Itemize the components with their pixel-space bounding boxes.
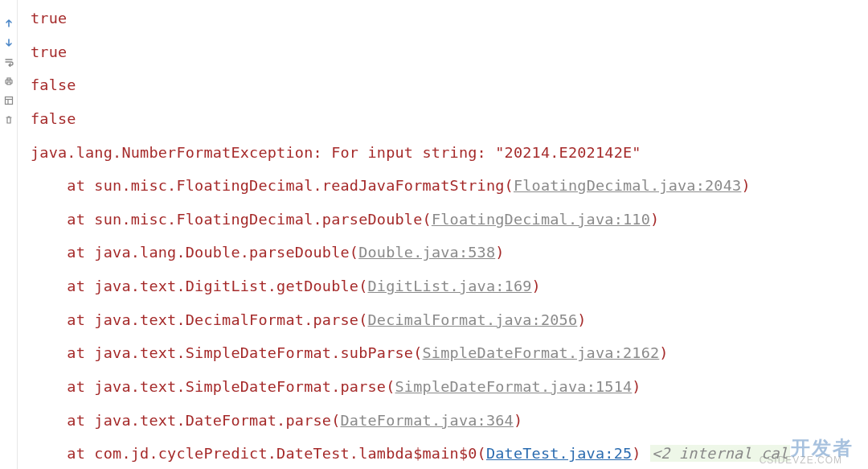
- exception-header: java.lang.NumberFormatException: For inp…: [31, 144, 641, 161]
- console-text: true true false false java.lang.NumberFo…: [31, 2, 866, 469]
- output-line: false: [31, 76, 76, 93]
- stack-frame: at java.text.SimpleDateFormat.parse(Simp…: [31, 378, 641, 395]
- source-link[interactable]: DigitList.java:169: [368, 278, 532, 294]
- svg-rect-2: [7, 82, 10, 84]
- stack-frame: at com.jd.cyclePredict.DateTest.lambda$m…: [31, 445, 790, 462]
- arrow-down-icon[interactable]: [3, 37, 14, 48]
- stack-frame: at sun.misc.FloatingDecimal.parseDouble(…: [31, 211, 659, 228]
- source-link[interactable]: FloatingDecimal.java:110: [432, 211, 650, 228]
- soft-wrap-icon[interactable]: [3, 56, 14, 68]
- trash-icon[interactable]: [3, 114, 14, 125]
- source-link[interactable]: FloatingDecimal.java:2043: [514, 177, 741, 194]
- stack-frame: at java.text.DigitList.getDouble(DigitLi…: [31, 278, 541, 294]
- print-icon[interactable]: [3, 76, 14, 87]
- source-link[interactable]: DateFormat.java:364: [341, 412, 514, 429]
- source-link[interactable]: Double.java:538: [358, 244, 495, 261]
- source-link[interactable]: SimpleDateFormat.java:1514: [395, 378, 633, 395]
- source-link[interactable]: SimpleDateFormat.java:2162: [423, 344, 660, 361]
- svg-rect-3: [5, 97, 12, 105]
- internal-calls-hint[interactable]: <2 internal cal: [650, 445, 790, 462]
- console-output-pane[interactable]: true true false false java.lang.NumberFo…: [18, 0, 868, 469]
- stack-frame: at java.text.DecimalFormat.parse(Decimal…: [31, 311, 587, 328]
- source-link[interactable]: DecimalFormat.java:2056: [368, 311, 578, 328]
- stack-frame: at sun.misc.FloatingDecimal.readJavaForm…: [31, 177, 751, 194]
- console-gutter: [0, 0, 18, 469]
- source-link[interactable]: DateTest.java:25: [486, 445, 632, 462]
- stack-frame: at java.text.DateFormat.parse(DateFormat…: [31, 412, 522, 429]
- output-line: true: [31, 10, 67, 27]
- arrow-up-icon[interactable]: [3, 18, 14, 29]
- stack-frame: at java.lang.Double.parseDouble(Double.j…: [31, 244, 505, 261]
- stack-frame: at java.text.SimpleDateFormat.subParse(S…: [31, 344, 669, 361]
- output-line: false: [31, 110, 76, 127]
- layout-icon[interactable]: [3, 95, 14, 106]
- output-line: true: [31, 43, 67, 60]
